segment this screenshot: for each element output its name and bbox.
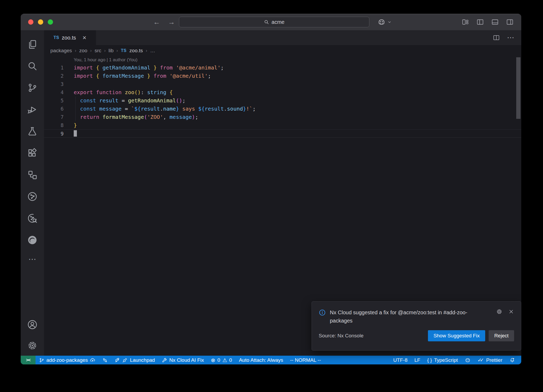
git-compare-icon: [102, 358, 108, 363]
edge-tools-icon[interactable]: [21, 229, 44, 251]
code-line[interactable]: 2import { formatMessage } from '@acme/ut…: [44, 72, 521, 80]
line-number: 9: [44, 130, 64, 137]
breadcrumb-separator: ›: [90, 48, 91, 53]
breadcrumb-item[interactable]: zoo: [79, 48, 87, 54]
rocket-icon: [115, 357, 120, 363]
search-view-icon[interactable]: [21, 55, 44, 77]
notification-settings-gear-icon[interactable]: [496, 308, 502, 315]
nx-project-details-icon[interactable]: [21, 207, 44, 229]
braces-icon: { }: [427, 357, 432, 363]
error-icon: ⊗: [211, 357, 215, 363]
reject-button[interactable]: Reject: [489, 330, 514, 341]
nx-graph-icon[interactable]: [21, 186, 44, 207]
customize-layout-icon[interactable]: [461, 18, 469, 26]
tab-close-icon[interactable]: ✕: [82, 35, 86, 41]
additional-views-icon[interactable]: ⋯: [21, 251, 44, 267]
activity-bar: ⋯: [21, 30, 44, 356]
toggle-panel-icon[interactable]: [491, 18, 499, 26]
problems-status-item[interactable]: ⊗ 0 ⚠ 0: [207, 356, 235, 364]
git-branch-icon: [39, 358, 44, 363]
breadcrumb-item[interactable]: lib: [108, 48, 113, 54]
toggle-secondary-sidebar-icon[interactable]: [506, 18, 514, 26]
line-number: 8: [44, 121, 64, 129]
gitlens-blame-annotation[interactable]: You, 1 hour ago | 1 author (You): [74, 56, 521, 64]
command-center-search[interactable]: acme: [179, 17, 369, 27]
breadcrumb-item[interactable]: packages: [50, 48, 72, 54]
source-control-icon[interactable]: [21, 77, 44, 99]
notification-message: Nx Cloud suggested a fix for @acme/zoo:t…: [330, 308, 486, 325]
notifications-bell-item[interactable]: [506, 356, 519, 364]
run-and-debug-icon[interactable]: [21, 99, 44, 120]
code-line[interactable]: 5 const result = getRandomAnimal();: [44, 97, 521, 105]
vscode-window: ← → acme: [21, 14, 521, 364]
editor-scrollbar[interactable]: [516, 57, 520, 119]
testing-icon[interactable]: [21, 120, 44, 142]
copilot-menu[interactable]: [378, 14, 392, 30]
breadcrumb-file[interactable]: zoo.ts: [129, 48, 143, 54]
tab-label: zoo.ts: [62, 35, 76, 41]
back-button[interactable]: ←: [153, 18, 160, 26]
line-number: 6: [44, 105, 64, 113]
warning-icon: ⚠: [222, 357, 227, 363]
code-line[interactable]: 6 const message = `${result.name} says $…: [44, 105, 521, 113]
breadcrumb-separator: ›: [116, 48, 118, 53]
nx-cloud-fix-status-item[interactable]: Nx Cloud AI Fix: [158, 356, 207, 364]
typescript-file-icon: TS: [54, 35, 59, 40]
titlebar: ← → acme: [21, 14, 521, 30]
chevron-down-icon: [387, 20, 392, 24]
notification-toast: Nx Cloud suggested a fix for @acme/zoo:t…: [312, 301, 521, 351]
window-controls: [28, 14, 53, 30]
prettier-status-item[interactable]: ✓✓ Prettier: [474, 356, 506, 364]
sync-status-item[interactable]: [99, 356, 111, 364]
launchpad-status-item[interactable]: Launchpad: [111, 356, 158, 364]
extensions-icon[interactable]: [21, 142, 44, 164]
explorer-icon[interactable]: [21, 33, 44, 55]
eol-status-item[interactable]: LF: [411, 356, 424, 364]
breadcrumb-separator: ›: [75, 48, 76, 53]
code-line[interactable]: 1import { getRandomAnimal } from '@acme/…: [44, 64, 521, 72]
breadcrumb-symbol-more[interactable]: …: [150, 48, 155, 54]
tab-bar: TS zoo.ts ✕ ⋯: [44, 30, 521, 45]
zoom-window-button[interactable]: [48, 19, 53, 25]
line-number: 5: [44, 97, 64, 105]
indent-guide: [75, 97, 76, 121]
auto-attach-status-item[interactable]: Auto Attach: Always: [235, 356, 287, 364]
line-number: 4: [44, 88, 64, 97]
split-editor-icon[interactable]: [493, 34, 500, 41]
typescript-file-icon: TS: [121, 48, 126, 53]
status-bar: >< add-zoo-packages Launchpad Nx Cloud A…: [21, 356, 521, 364]
encoding-status-item[interactable]: UTF-8: [390, 356, 411, 364]
vim-block-cursor: [74, 130, 77, 137]
breadcrumb-item[interactable]: src: [95, 48, 101, 54]
code-line[interactable]: 9: [44, 129, 521, 138]
line-number: 1: [44, 64, 64, 72]
code-line[interactable]: 3: [44, 80, 521, 88]
search-value: acme: [272, 19, 284, 25]
toggle-primary-sidebar-icon[interactable]: [476, 18, 484, 26]
nx-console-icon[interactable]: [21, 164, 44, 186]
close-window-button[interactable]: [28, 19, 33, 25]
tab-zoo-ts[interactable]: TS zoo.ts ✕: [44, 30, 96, 45]
code-line[interactable]: 7 return formatMessage('ZOO', message);: [44, 113, 521, 121]
info-icon: [319, 309, 326, 316]
minimize-window-button[interactable]: [38, 19, 43, 25]
forward-button[interactable]: →: [168, 18, 175, 26]
vim-mode-status-item[interactable]: -- NORMAL --: [287, 356, 324, 364]
copilot-icon: [465, 357, 471, 363]
account-icon[interactable]: [21, 314, 44, 336]
breadcrumb-separator: ›: [146, 48, 147, 53]
notification-close-icon[interactable]: [508, 309, 514, 315]
branch-status-item[interactable]: add-zoo-packages: [36, 356, 99, 364]
notification-source: Source: Nx Console: [319, 333, 364, 339]
line-number: 3: [44, 80, 64, 88]
copilot-status-item[interactable]: [461, 356, 474, 364]
bell-dot-icon: [509, 357, 515, 363]
code-line[interactable]: 4export function zoo(): string {: [44, 88, 521, 97]
code-line[interactable]: 8}: [44, 121, 521, 129]
language-status-item[interactable]: { } TypeScript: [424, 356, 461, 364]
settings-gear-icon[interactable]: [21, 336, 44, 356]
remote-indicator[interactable]: ><: [21, 356, 36, 364]
plug-icon: [122, 357, 128, 363]
breadcrumb[interactable]: packages›zoo›src›lib›TSzoo.ts›…: [44, 45, 521, 56]
show-suggested-fix-button[interactable]: Show Suggested Fix: [428, 330, 485, 341]
